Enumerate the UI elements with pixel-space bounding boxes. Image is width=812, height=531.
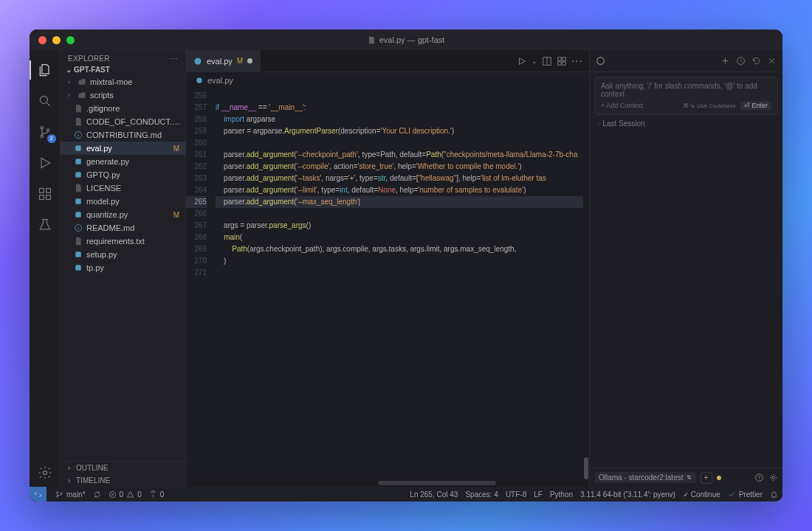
breadcrumb[interactable]: eval.py (186, 72, 589, 88)
branch-status[interactable]: main* (55, 490, 86, 499)
eol-status[interactable]: LF (534, 490, 543, 499)
continue-status[interactable]: ✓ Continue (683, 490, 720, 499)
settings-activity[interactable] (30, 459, 61, 487)
titlebar: eval.py — gpt-fast (30, 30, 782, 50)
svg-rect-4 (39, 189, 44, 193)
file-item[interactable]: CODE_OF_CONDUCT.md (61, 115, 185, 128)
last-session-link[interactable]: ‹Last Session (594, 118, 778, 129)
settings-icon[interactable] (768, 473, 778, 482)
svg-rect-14 (75, 212, 81, 218)
svg-rect-10 (75, 145, 81, 151)
file-icon (368, 36, 376, 44)
status-bar: main* 0 0 0 Ln 265, Col 43 Spaces: 4 UTF… (30, 487, 782, 502)
debug-activity[interactable] (30, 149, 61, 177)
sync-status[interactable] (93, 490, 101, 499)
enter-button[interactable]: ⏎ Enter (740, 101, 771, 110)
h-thumb[interactable] (378, 481, 496, 485)
zoom-window-button[interactable] (66, 36, 75, 44)
file-item[interactable]: GPTQ.py (61, 168, 185, 181)
continue-logo-icon[interactable] (596, 56, 605, 66)
chevron-updown-icon: ⇅ (687, 474, 692, 481)
remote-indicator[interactable] (30, 487, 47, 502)
file-item[interactable]: quantize.pyM (61, 208, 185, 221)
editor-more-icon[interactable]: ··· (571, 55, 583, 68)
chat-input[interactable]: Ask anything, '/' for slash commands, '@… (594, 77, 778, 115)
scm-activity[interactable]: 2 (30, 118, 61, 146)
editor-tab-evalpy[interactable]: eval.py M (186, 50, 261, 72)
run-chevron[interactable]: ⌄ (531, 58, 537, 65)
prettier-status[interactable]: Prettier (728, 490, 763, 499)
file-item[interactable]: README.md (61, 221, 185, 235)
cursor-position[interactable]: Ln 265, Col 43 (410, 490, 458, 499)
help-icon[interactable]: ? (754, 473, 764, 482)
encoding-status[interactable]: UTF-8 (506, 490, 526, 499)
file-item[interactable]: LICENSE (61, 181, 185, 195)
file-item[interactable]: .gitignore (61, 102, 185, 115)
file-name: mixtral-moe (90, 77, 182, 86)
folder-item[interactable]: ›mixtral-moe (61, 75, 185, 88)
ports-status[interactable]: 0 (149, 490, 165, 499)
code-content[interactable]: if __name__ == '__main__': import argpar… (213, 88, 583, 479)
svg-rect-21 (562, 57, 565, 60)
language-status[interactable]: Python (550, 490, 573, 499)
problems-status[interactable]: 0 0 (109, 490, 142, 499)
modified-mark: M (173, 211, 182, 219)
workspace-root[interactable]: ⌄ GPT-FAST (61, 64, 185, 75)
folder-item[interactable]: ›scripts (61, 88, 185, 102)
svg-rect-20 (557, 57, 560, 60)
search-activity[interactable] (30, 87, 61, 115)
extensions-icon (38, 187, 52, 201)
minimize-window-button[interactable] (52, 36, 61, 44)
file-item[interactable]: model.py (61, 195, 185, 208)
chevron-right-icon: › (68, 464, 74, 472)
close-panel-icon[interactable] (767, 56, 777, 66)
new-chat-icon[interactable] (720, 56, 730, 66)
split-icon[interactable] (542, 56, 552, 66)
extensions-activity[interactable] (30, 180, 61, 208)
add-model-button[interactable]: + (701, 472, 712, 484)
horizontal-scrollbar[interactable] (186, 479, 589, 487)
file-name: model.py (86, 197, 182, 206)
code-editor[interactable]: 2562572582592602612622632642652662672682… (186, 88, 589, 479)
app-window: eval.py — gpt-fast 2 (30, 30, 782, 502)
tab-bar: eval.py M ⌄ ··· (186, 50, 589, 72)
interpreter-status[interactable]: 3.11.4 64-bit ('3.11.4': pyenv) (580, 490, 675, 499)
explorer-more-icon[interactable]: ··· (170, 55, 178, 63)
file-name: tp.py (86, 263, 182, 272)
testing-activity[interactable] (30, 211, 61, 239)
timeline-section[interactable]: ›TIMELINE (61, 474, 185, 487)
svg-point-32 (61, 493, 62, 494)
file-item[interactable]: generate.py (61, 155, 185, 168)
history-icon[interactable] (736, 56, 746, 66)
minimap-thumb[interactable] (584, 457, 588, 479)
svg-point-24 (196, 77, 202, 83)
svg-point-2 (41, 135, 43, 137)
file-item[interactable]: eval.pyM (61, 142, 185, 155)
svg-rect-22 (557, 61, 560, 64)
modified-mark: M (237, 57, 243, 65)
file-name: generate.py (86, 157, 182, 166)
svg-rect-11 (75, 159, 81, 164)
file-item[interactable]: requirements.txt (61, 235, 185, 248)
svg-point-0 (40, 96, 47, 103)
file-item[interactable]: tp.py (61, 261, 185, 274)
file-item[interactable]: CONTRIBUTING.md (61, 128, 185, 142)
minimap[interactable] (583, 88, 589, 479)
close-window-button[interactable] (38, 36, 47, 44)
grid-icon[interactable] (557, 56, 567, 66)
chat-statusbar: Ollama - starcoder2:latest ⇅ + ? (590, 468, 782, 487)
indent-status[interactable]: Spaces: 4 (465, 490, 498, 499)
run-icon[interactable] (517, 56, 527, 66)
notifications-status[interactable] (770, 490, 778, 499)
add-context-button[interactable]: + Add Context (601, 102, 643, 109)
model-selector[interactable]: Ollama - starcoder2:latest ⇅ (594, 472, 696, 483)
explorer-activity[interactable] (30, 56, 61, 84)
outline-section[interactable]: ›OUTLINE (61, 462, 185, 474)
status-dot-icon (717, 476, 721, 480)
beaker-icon (38, 218, 52, 232)
python-file-icon (195, 76, 204, 85)
file-item[interactable]: setup.py (61, 248, 185, 261)
svg-rect-5 (39, 195, 44, 200)
reload-icon[interactable] (751, 56, 761, 66)
svg-rect-7 (46, 189, 50, 193)
